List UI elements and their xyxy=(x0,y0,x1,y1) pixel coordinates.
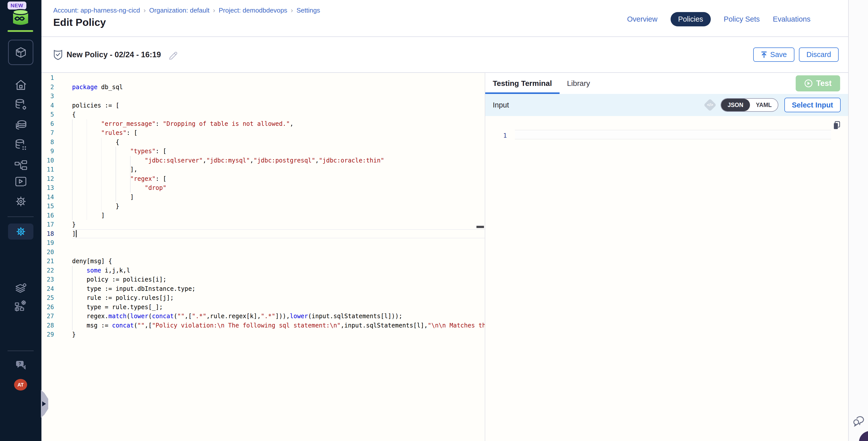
code-line[interactable]: 25 rule := policy.rules[j]; xyxy=(41,293,485,303)
sidebar-item-layers-settings[interactable] xyxy=(0,283,41,295)
test-input-editor[interactable]: 1 xyxy=(485,116,848,441)
line-number: 5 xyxy=(41,111,54,118)
breadcrumb-link[interactable]: Project: demodbdevops xyxy=(219,6,287,14)
line-content: "error_message": "Dropping of table is n… xyxy=(72,119,485,129)
code-line[interactable]: 15 } xyxy=(41,202,485,211)
overview-ruler-cursor xyxy=(476,226,484,228)
breadcrumb-separator: › xyxy=(144,6,146,14)
sidebar-item-flow[interactable] xyxy=(0,160,41,171)
code-line[interactable]: 28 msg := concat("",["Policy violation:\… xyxy=(41,321,485,330)
line-content: type := input.dbInstance.type; xyxy=(72,284,485,293)
breadcrumb-link[interactable]: Account: app-harness-ng-cicd xyxy=(53,6,140,14)
input-active-line[interactable] xyxy=(515,130,831,139)
nav-tab-policies[interactable]: Policies xyxy=(671,12,711,26)
nav-tab-evaluations[interactable]: Evaluations xyxy=(773,15,810,23)
avatar[interactable]: AT xyxy=(14,379,27,390)
policy-name: New Policy - 02/24 - 16:19 xyxy=(67,50,161,59)
harness-dbdevops-logo[interactable] xyxy=(11,9,30,27)
code-line[interactable]: 29} xyxy=(41,330,485,339)
line-number: 3 xyxy=(41,93,54,100)
svg-text:?: ? xyxy=(18,361,21,366)
database-gear-icon xyxy=(14,98,27,111)
code-line[interactable]: 7 "rules": [ xyxy=(41,128,485,138)
breadcrumb-separator: › xyxy=(213,6,215,14)
code-line[interactable]: 10 "jdbc:sqlserver","jdbc:mysql","jdbc:p… xyxy=(41,156,485,165)
flow-tree-icon xyxy=(14,160,28,171)
line-content: "regex": [ xyxy=(72,174,485,184)
code-line[interactable]: 24 type := input.dbInstance.type; xyxy=(41,284,485,293)
chat-bubbles-icon[interactable] xyxy=(852,413,866,427)
terminal-tab-library[interactable]: Library xyxy=(560,73,598,94)
code-line[interactable]: 19 xyxy=(41,238,485,248)
nav-tab-policy-sets[interactable]: Policy Sets xyxy=(724,15,760,23)
database-grid-icon xyxy=(14,138,27,151)
code-line[interactable]: 16 ] xyxy=(41,211,485,220)
sidebar-item-help[interactable]: ? xyxy=(0,359,41,371)
code-line[interactable]: 3 xyxy=(41,92,485,101)
nav-tab-overview[interactable]: Overview xyxy=(627,15,657,23)
terminal-tab-testing-terminal[interactable]: Testing Terminal xyxy=(485,73,560,94)
code-line[interactable]: 2package db_sql xyxy=(41,83,485,92)
edit-name-pencil-icon[interactable] xyxy=(168,50,178,60)
format-option-json[interactable]: JSON xyxy=(721,99,750,111)
right-gutter xyxy=(848,0,868,441)
code-line[interactable]: 20 xyxy=(41,248,485,257)
line-content: msg := concat("",["Policy violation:\n T… xyxy=(72,321,485,330)
line-number: 14 xyxy=(41,194,54,201)
sidebar-item-settings-active[interactable] xyxy=(8,223,33,240)
code-line[interactable]: 18] xyxy=(41,229,485,239)
sidebar-item-db-stack[interactable] xyxy=(0,120,41,132)
code-line[interactable]: 17} xyxy=(41,220,485,229)
indent-guide xyxy=(72,266,72,330)
code-line[interactable]: 5{ xyxy=(41,110,485,119)
code-line[interactable]: 22 some i,j,k,l xyxy=(41,266,485,275)
select-input-button[interactable]: Select Input xyxy=(784,98,841,112)
sidebar-item-db-instances[interactable] xyxy=(0,138,41,151)
line-number: 13 xyxy=(41,184,54,191)
line-number: 23 xyxy=(41,276,54,283)
sidebar-item-org-settings[interactable] xyxy=(0,300,41,311)
code-line[interactable]: 27 regex.match(lower(concat("",[".*",rul… xyxy=(41,312,485,321)
line-content xyxy=(72,238,485,248)
sidebar-item-gear[interactable] xyxy=(0,195,41,208)
line-number: 16 xyxy=(41,212,54,219)
line-number: 4 xyxy=(41,102,54,109)
code-line[interactable]: 23 policy := policies[i]; xyxy=(41,275,485,284)
code-line[interactable]: 6 "error_message": "Dropping of table is… xyxy=(41,119,485,129)
code-line[interactable]: 21deny[msg] { xyxy=(41,257,485,266)
policy-code-editor[interactable]: 12package db_sql34policies := [5{6 "erro… xyxy=(41,73,485,441)
save-button[interactable]: Save xyxy=(753,48,795,62)
code-line[interactable]: 11 ], xyxy=(41,165,485,174)
code-line[interactable]: 26 type = rule.types[_]; xyxy=(41,303,485,312)
sidebar-item-home[interactable] xyxy=(0,80,41,90)
code-line[interactable]: 4policies := [ xyxy=(41,101,485,110)
test-button[interactable]: Test xyxy=(796,75,840,91)
line-number: 22 xyxy=(41,267,54,274)
format-option-yaml[interactable]: YAML xyxy=(750,99,778,111)
sidebar-item-executions[interactable] xyxy=(0,176,41,187)
database-stack-icon xyxy=(14,120,27,132)
line-content: { xyxy=(72,110,485,119)
code-line[interactable]: 1 xyxy=(41,73,485,83)
play-circle-icon xyxy=(804,79,813,88)
line-number: 21 xyxy=(41,258,54,265)
sidebar-item-db-settings[interactable] xyxy=(0,98,41,111)
discard-button[interactable]: Discard xyxy=(799,48,839,62)
home-icon xyxy=(15,80,27,90)
code-line[interactable]: 9 "types": [ xyxy=(41,147,485,156)
terminal-tabs: Testing TerminalLibrary Test xyxy=(485,73,848,94)
sidebar-item-module-selector[interactable] xyxy=(8,40,33,65)
code-line[interactable]: 8 { xyxy=(41,138,485,147)
line-content: } xyxy=(72,330,485,339)
shield-check-icon xyxy=(54,50,63,60)
format-toggle: JSONYAML xyxy=(720,98,778,112)
copy-icon[interactable] xyxy=(833,121,841,130)
code-line[interactable]: 12 "regex": [ xyxy=(41,174,485,184)
line-content: ] xyxy=(72,229,485,239)
breadcrumb-link[interactable]: Organization: default xyxy=(149,6,210,14)
code-line[interactable]: 14 ] xyxy=(41,193,485,202)
breadcrumb: Account: app-harness-ng-cicd›Organizatio… xyxy=(53,6,320,14)
breadcrumb-separator: › xyxy=(291,6,293,14)
code-line[interactable]: 13 "drop" xyxy=(41,183,485,193)
breadcrumb-link[interactable]: Settings xyxy=(297,6,320,14)
